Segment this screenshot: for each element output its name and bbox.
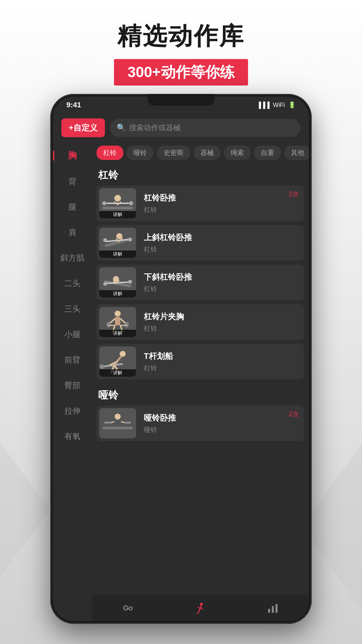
tutorial-label-2: 讲解 [99,251,136,258]
exercise-equipment-2: 杠铃 [144,245,299,254]
nav-item-stats[interactable] [237,603,309,613]
svg-point-21 [128,280,132,284]
filter-machine[interactable]: 器械 [194,146,221,160]
sidebar-item-legs[interactable]: 腿 [53,194,92,220]
exercise-thumb-3: 讲解 [99,267,136,298]
svg-point-13 [128,237,132,241]
custom-button[interactable]: +自定义 [61,118,105,137]
svg-point-4 [102,201,106,205]
exercise-item-plate-squeeze[interactable]: 讲解 杠铃片夹胸 杠铃 [97,304,304,340]
exercise-info-4: 杠铃片夹胸 杠铃 [139,307,304,337]
filter-smith[interactable]: 史密斯 [157,146,190,160]
svg-point-20 [103,282,107,286]
sidebar-item-back[interactable]: 背 [53,169,92,194]
sidebar-item-trapezius[interactable]: 斜方肌 [53,245,92,271]
exercise-name-4: 杠铃片夹胸 [144,311,299,322]
phone-notch [147,94,215,106]
exercise-name-5: T杆划船 [144,351,299,362]
section-title-dumbbell: 哑铃 [97,383,304,406]
search-bar[interactable]: 🔍 搜索动作或器械 [110,119,301,137]
exercise-info-6: 哑铃卧推 哑铃 [139,409,304,438]
exercise-item-dumbbell-press[interactable]: 哑铃卧推 哑铃 2次 [97,406,304,441]
svg-point-36 [120,351,126,357]
nav-item-go[interactable]: Go [92,604,164,612]
svg-rect-46 [103,427,133,429]
wifi-icon: WiFi [273,102,285,109]
sidebar-item-shoulder[interactable]: 肩 [53,220,92,245]
exercise-equipment-3: 杠铃 [144,284,299,293]
exercise-name-2: 上斜杠铃卧推 [144,232,299,243]
exercise-name-3: 下斜杠铃卧推 [144,272,299,282]
exercise-equipment-4: 杠铃 [144,324,299,333]
svg-line-56 [197,612,199,614]
svg-rect-58 [268,609,270,613]
tutorial-label-5: 讲解 [99,369,136,377]
svg-line-54 [197,607,200,609]
exercise-info-1: 杠铃卧推 杠铃 [139,189,304,218]
sidebar-item-tricep[interactable]: 三头 [53,296,92,322]
sidebar-item-glutes[interactable]: 臀部 [53,373,92,398]
go-icon: Go [123,604,133,612]
svg-point-2 [114,195,121,202]
exercise-item-decline-press[interactable]: 讲解 下斜杠铃卧推 杠铃 [97,265,304,300]
exercise-equipment-6: 哑铃 [144,425,299,434]
page-header: 精选动作库 300+动作等你练 [0,20,362,86]
exercise-info-3: 下斜杠铃卧推 杠铃 [139,268,304,298]
phone-screen: 9:41 ▐▐▐ WiFi 🔋 +自定义 🔍 搜索动作或器械 [53,97,309,621]
section-title-barbell: 杠铃 [97,163,304,185]
signal-icon: ▐▐▐ [257,102,269,109]
tutorial-label-1: 讲解 [99,211,136,218]
battery-icon: 🔋 [288,101,296,109]
chart-icon [267,603,278,613]
filter-cable[interactable]: 绳索 [224,146,251,160]
bottom-nav: Go [92,594,309,621]
sidebar: 胸 背 腿 肩 斜方肌 二头 [53,142,92,621]
svg-point-29 [107,322,111,327]
svg-rect-59 [272,606,274,613]
exercise-count-1: 2次 [289,190,299,199]
svg-rect-1 [103,207,133,209]
exercise-item-t-bar-row[interactable]: 讲解 T杆划船 杠铃 [97,344,304,379]
filter-bodyweight[interactable]: 自重 [254,146,281,160]
sidebar-item-forearm[interactable]: 前臂 [53,347,92,373]
filter-chips: 杠铃 哑铃 史密斯 器械 绳索 自重 其他 [92,142,309,163]
main-content: 胸 背 腿 肩 斜方肌 二头 [53,142,309,621]
exercise-item-incline-press[interactable]: 讲解 上斜杠铃卧推 杠铃 [97,225,304,261]
svg-rect-60 [276,604,278,613]
sidebar-item-stretch[interactable]: 拉伸 [53,398,92,424]
screen-content: 9:41 ▐▐▐ WiFi 🔋 +自定义 🔍 搜索动作或器械 [53,97,309,621]
page-subtitle: 300+动作等你练 [114,59,248,86]
filter-other[interactable]: 其他 [284,146,309,160]
tutorial-label-3: 讲解 [99,290,136,298]
svg-rect-48 [104,422,111,424]
exercise-name-6: 哑铃卧推 [144,413,299,423]
deco-left [0,443,50,577]
sidebar-item-chest[interactable]: 胸 [53,142,92,169]
exercise-equipment-5: 杠铃 [144,364,299,373]
sidebar-item-calves[interactable]: 小腿 [53,322,92,347]
exercise-equipment-1: 杠铃 [144,205,299,214]
sidebar-item-bicep[interactable]: 二头 [53,271,92,296]
tutorial-label-4: 讲解 [99,330,136,337]
svg-point-12 [103,238,107,242]
exercise-item-bench-press[interactable]: 讲解 杠铃卧推 杠铃 2次 [97,185,304,221]
exercise-thumb-4: 讲解 [99,307,136,337]
filter-barbell[interactable]: 杠铃 [97,146,123,160]
exercise-info-5: T杆划船 杠铃 [139,347,304,377]
exercise-thumb-5: 讲解 [99,346,136,377]
right-panel: 杠铃 哑铃 史密斯 器械 绳索 自重 其他 杠铃 [92,142,309,621]
top-bar: +自定义 🔍 搜索动作或器械 [53,113,309,142]
svg-point-40 [100,364,104,369]
status-time: 9:41 [66,101,81,109]
sidebar-item-cardio[interactable]: 有氧 [53,424,92,449]
svg-rect-26 [115,317,120,325]
exercise-info-2: 上斜杠铃卧推 杠铃 [139,228,304,258]
svg-line-55 [199,609,200,612]
status-icons: ▐▐▐ WiFi 🔋 [257,101,296,109]
exercise-thumb-1: 讲解 [99,188,136,218]
exercise-thumb-2: 讲解 [99,228,136,258]
nav-item-exercise[interactable] [164,602,236,614]
svg-rect-49 [124,422,131,424]
exercise-list: 杠铃 [92,163,309,594]
filter-dumbbell[interactable]: 哑铃 [127,146,154,160]
